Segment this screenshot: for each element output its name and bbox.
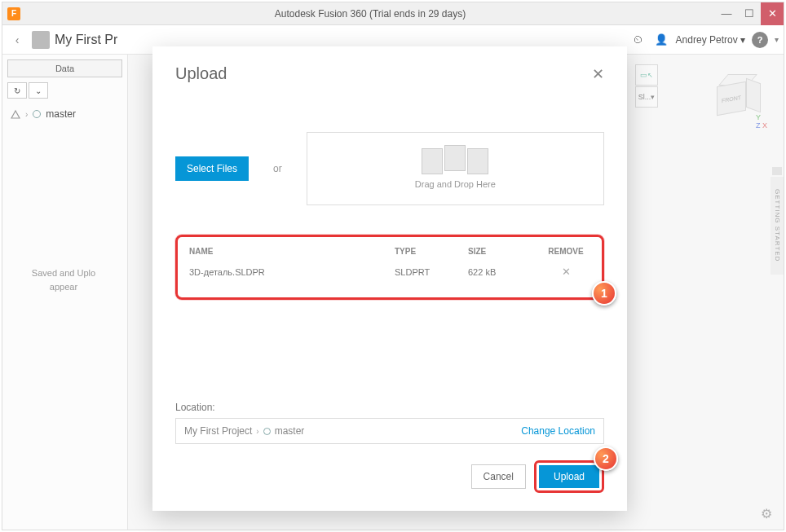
data-tab[interactable]: Data — [7, 59, 122, 77]
project-icon — [32, 31, 50, 49]
maximize-button[interactable]: ☐ — [738, 2, 761, 25]
help-icon[interactable]: ? — [752, 32, 768, 48]
or-label: or — [273, 163, 282, 174]
remove-file-button[interactable]: ✕ — [541, 266, 590, 278]
dropzone-label: Drag and Drop Here — [415, 179, 496, 189]
refresh-button[interactable]: ↻ — [7, 82, 27, 99]
location-path: My First Project › master — [184, 425, 304, 437]
tree-item-master[interactable]: › master — [2, 102, 127, 126]
modal-title: Upload — [175, 64, 227, 83]
file-size: 622 kB — [468, 267, 541, 277]
avatar-icon[interactable]: 👤 — [653, 32, 669, 48]
callout-2: 2 — [594, 446, 618, 471]
doc-icon — [467, 148, 488, 174]
modal-close-button[interactable]: ✕ — [592, 65, 604, 83]
col-type: TYPE — [395, 247, 468, 256]
circle-icon — [33, 110, 41, 118]
select-files-button[interactable]: Select Files — [175, 156, 249, 181]
help-dropdown-icon[interactable]: ▾ — [775, 35, 779, 44]
side-panel: Data ↻ ⌄ › master Saved and Uplo appear — [2, 55, 128, 530]
close-button[interactable]: ✕ — [761, 2, 784, 25]
back-button[interactable]: ‹ — [7, 30, 27, 50]
dropdown-button[interactable]: ⌄ — [29, 82, 48, 99]
triangle-icon — [11, 109, 20, 119]
project-title: My First Pr — [55, 33, 117, 47]
callout-1: 1 — [592, 281, 616, 306]
dropzone[interactable]: Drag and Drop Here — [307, 132, 604, 205]
col-remove: REMOVE — [541, 247, 590, 256]
doc-icon — [444, 145, 466, 171]
user-name-label[interactable]: Andrey Petrov ▾ — [676, 34, 745, 46]
side-status-text: Saved and Uplo appear — [11, 266, 117, 293]
doc-icon — [422, 148, 443, 174]
dropzone-icons — [422, 148, 488, 174]
location-box: My First Project › master Change Locatio… — [175, 418, 604, 444]
clock-icon[interactable]: ⏲ — [630, 32, 647, 48]
file-type: SLDPRT — [395, 267, 468, 277]
col-size: SIZE — [468, 247, 541, 256]
file-name: 3D-деталь.SLDPR — [189, 267, 395, 277]
circle-icon — [263, 428, 271, 435]
window-title: Autodesk Fusion 360 (Trial ends in 29 da… — [25, 8, 715, 20]
location-label: Location: — [175, 402, 604, 413]
chevron-right-icon: › — [256, 427, 258, 436]
upload-highlight: Upload 2 — [534, 460, 604, 493]
change-location-link[interactable]: Change Location — [521, 425, 595, 437]
window-titlebar: F Autodesk Fusion 360 (Trial ends in 29 … — [2, 2, 784, 25]
col-name: NAME — [189, 247, 395, 256]
chevron-right-icon: › — [25, 110, 28, 119]
file-list: NAME TYPE SIZE REMOVE 3D-деталь.SLDPR SL… — [175, 235, 604, 300]
upload-modal: Upload ✕ Select Files or Drag and Drop H… — [152, 46, 627, 511]
app-icon: F — [7, 7, 20, 20]
file-row: 3D-деталь.SLDPR SLDPRT 622 kB ✕ — [183, 259, 597, 281]
cancel-button[interactable]: Cancel — [471, 464, 526, 489]
minimize-button[interactable]: — — [715, 2, 738, 25]
tree-item-label: master — [46, 108, 76, 120]
upload-button[interactable]: Upload — [539, 465, 599, 488]
file-list-header: NAME TYPE SIZE REMOVE — [183, 244, 597, 259]
